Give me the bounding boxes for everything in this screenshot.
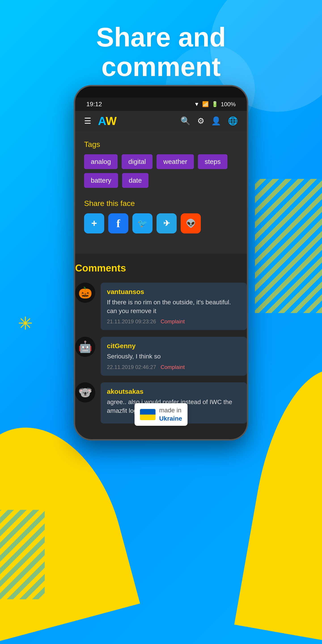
app-bar-icons: 🔍 ⚙ 👤 🌐: [180, 116, 238, 126]
search-icon[interactable]: 🔍: [180, 116, 190, 126]
comment-username-3: akoutsakas: [107, 388, 240, 395]
share-telegram-button[interactable]: ✈: [156, 213, 177, 234]
share-reddit-button[interactable]: 👽: [181, 213, 201, 234]
tags-section: Tags analog digital weather steps batter…: [84, 140, 238, 188]
avatar-vantuansos: 🎃: [75, 283, 95, 303]
phone-frame: 19:12 ▼ 📶 🔋 100% ☰ AW 🔍 ⚙ 👤 🌐: [74, 85, 248, 440]
battery-percent: 100%: [221, 101, 236, 108]
comment-date-1: 21.11.2019 09:23:26: [107, 318, 156, 325]
phone-wrapper: 19:12 ▼ 📶 🔋 100% ☰ AW 🔍 ⚙ 👤 🌐: [74, 85, 248, 440]
avatar-emoji-3: 🐨: [78, 386, 92, 399]
account-icon[interactable]: 👤: [211, 116, 221, 126]
signal-icon: 📶: [202, 101, 209, 107]
status-bar: 19:12 ▼ 📶 🔋 100%: [75, 98, 247, 111]
tag-digital[interactable]: digital: [122, 154, 152, 169]
complaint-button-1[interactable]: Complaint: [160, 318, 185, 325]
tag-weather[interactable]: weather: [156, 154, 194, 169]
flag-yellow: [140, 414, 156, 420]
logo-a: A: [98, 114, 106, 128]
settings-icon[interactable]: ⚙: [197, 116, 204, 126]
share-add-button[interactable]: +: [84, 213, 104, 234]
ukraine-flag: [140, 409, 156, 420]
globe-icon[interactable]: 🌐: [228, 116, 238, 126]
badge-ukraine: Ukraine: [159, 414, 182, 422]
share-facebook-button[interactable]: f: [108, 213, 128, 234]
logo-w: W: [106, 114, 117, 128]
ukraine-badge: made in Ukraine: [134, 403, 188, 426]
battery-icon: 🔋: [212, 101, 218, 107]
comment-item: 🎃 vantuansos If there is no rim on the o…: [75, 283, 247, 330]
comments-section: Comments 🎃 vantuansos If there is no rim…: [74, 254, 248, 439]
avatar-citgenny: 🤖: [75, 337, 95, 357]
badge-text: made in Ukraine: [159, 406, 182, 422]
comment-text-1: If there is no rim on the outside, it's …: [107, 298, 240, 315]
hamburger-icon[interactable]: ☰: [84, 116, 91, 126]
comment-bubble-1: vantuansos If there is no rim on the out…: [100, 283, 247, 330]
tag-analog[interactable]: analog: [84, 154, 118, 169]
status-icons: ▼ 📶 🔋 100%: [194, 101, 236, 108]
status-time: 19:12: [86, 100, 102, 108]
share-buttons: + f 🐦 ✈ 👽: [84, 213, 238, 234]
flag-blue: [140, 409, 156, 414]
avatar-emoji: 🎃: [78, 286, 92, 299]
complaint-button-2[interactable]: Complaint: [160, 364, 185, 370]
share-label: Share this face: [84, 199, 238, 208]
logo-text: AW: [98, 114, 117, 128]
hero-title: Share and comment: [0, 22, 322, 82]
comment-bubble-2: citGenny Seriously, I think so 22.11.201…: [100, 337, 247, 376]
phone-notch: [139, 86, 183, 91]
comment-item-2: 🤖 citGenny Seriously, I think so 22.11.2…: [75, 337, 247, 376]
bg-stripes-bottom: [0, 510, 45, 599]
comment-meta-2: 22.11.2019 02:46:27 Complaint: [107, 364, 240, 370]
content-area: Tags analog digital weather steps batter…: [75, 131, 247, 254]
tag-date[interactable]: date: [122, 173, 148, 188]
comment-date-2: 22.11.2019 02:46:27: [107, 364, 156, 370]
avatar-akoutsakas: 🐨: [75, 382, 95, 402]
spark-icon: ✳: [18, 313, 33, 334]
app-logo: AW: [98, 114, 174, 128]
share-twitter-button[interactable]: 🐦: [132, 213, 152, 234]
comment-username-1: vantuansos: [107, 288, 240, 296]
share-section: Share this face + f 🐦 ✈ 👽: [84, 199, 238, 234]
comment-meta-1: 21.11.2019 09:23:26 Complaint: [107, 318, 240, 325]
tag-steps[interactable]: steps: [198, 154, 228, 169]
wifi-icon: ▼: [194, 101, 200, 107]
tags-container: analog digital weather steps battery dat…: [84, 154, 238, 188]
phone-top-bar: [75, 86, 247, 98]
tag-battery[interactable]: battery: [84, 173, 118, 188]
badge-made-in: made in: [159, 406, 182, 414]
avatar-emoji-2: 🤖: [78, 340, 92, 353]
comment-username-2: citGenny: [107, 342, 240, 350]
bg-stripes-right: [255, 179, 322, 313]
app-bar: ☰ AW 🔍 ⚙ 👤 🌐: [75, 111, 247, 131]
comments-title: Comments: [75, 262, 247, 274]
tags-label: Tags: [84, 140, 238, 149]
comment-text-2: Seriously, I think so: [107, 352, 240, 361]
